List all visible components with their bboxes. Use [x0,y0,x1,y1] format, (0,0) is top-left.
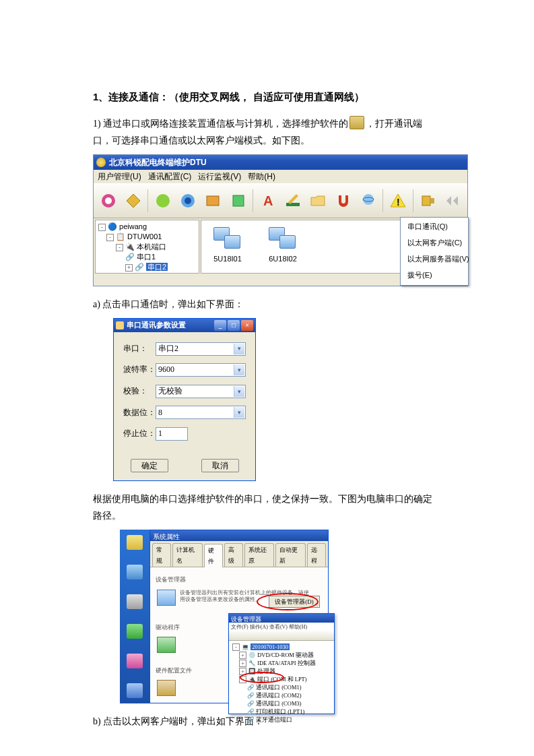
tab-hardware[interactable]: 硬件 [204,544,223,567]
toolbar-btn-magnet[interactable] [333,190,354,212]
svg-rect-16 [430,198,434,203]
toolbar-btn-1[interactable] [98,190,119,212]
svg-rect-6 [207,196,219,206]
cancel-button[interactable]: 取消 [201,459,239,472]
toolbar-btn-font[interactable]: A [257,190,278,212]
toolbar-btn-5[interactable] [203,190,224,212]
app-window-screenshot: 北京科锐配电终端维护DTU 用户管理(U) 通讯配置(C) 运行监视(V) 帮助… [93,154,468,286]
parity-select[interactable]: 无校验▾ [156,385,246,398]
device-2[interactable]: 6U18I02 [269,227,297,266]
baud-select[interactable]: 9600▾ [156,363,246,377]
toolbar-btn-last[interactable] [442,190,463,212]
svg-point-3 [156,194,170,208]
desktop-strip [120,530,149,703]
svg-point-1 [105,197,112,204]
toolbar-separator [413,189,413,212]
tree-pane: -🔵 peiwang -📋 DTUW001 -🔌 本机端口 🔗 串口1 +🔗 串… [95,220,199,274]
app-title: 北京科锐配电终端维护DTU [109,156,207,170]
devtree-com2[interactable]: 通讯端口 (COM2) [256,692,301,699]
desktop-icon-app1[interactable] [127,624,143,639]
devtree-bt[interactable]: 蓝牙通信端口 [256,716,292,723]
devtree-root[interactable]: 20100701-1030 [251,643,290,650]
svg-marker-17 [446,196,451,206]
device-1-label: 5U18I01 [213,253,242,266]
toolbar-separator [147,189,148,212]
close-button[interactable]: × [241,320,253,331]
toolbar-btn-folder[interactable] [308,190,329,212]
devtree-dvd[interactable]: DVD/CD-ROM 驱动器 [257,652,314,658]
svg-text:!: ! [397,197,400,208]
toolbar-btn-2[interactable] [123,190,143,212]
desktop-icon-app2[interactable] [127,654,143,668]
tab-update[interactable]: 自动更新 [275,543,305,567]
toolbar-btn-6[interactable] [228,190,248,212]
sysprops-body: 设备管理器 设备管理器列出所有安装在计算机上的硬件设备。请使用设备管理器来更改设… [150,567,328,703]
menu-item-eth-client[interactable]: 以太网客户端(C) [401,235,468,251]
port-label: 串口： [123,342,156,356]
maximize-button[interactable]: □ [228,320,240,331]
menu-comm[interactable]: 通讯配置(C) [148,170,192,185]
svg-rect-15 [422,196,430,206]
parity-label: 校验： [123,384,156,399]
devmgr-tree: -💻 20100701-1030 +💿 DVD/CD-ROM 驱动器 +🔧 ID… [229,641,334,726]
tree-com3[interactable]: 串口3 [137,273,156,274]
minimize-button[interactable]: _ [214,320,226,331]
device-1[interactable]: 5U18I01 [213,227,242,266]
device-manager-screenshot: 系统属性 常规 计算机名 硬件 高级 系统还原 自动更新 远程 设备管理器 设备… [120,530,329,703]
tab-general[interactable]: 常规 [152,543,171,567]
tab-advanced[interactable]: 高级 [224,543,243,567]
ok-button[interactable]: 确定 [131,459,168,472]
tree-dtu[interactable]: DTUW001 [127,232,162,241]
data-select[interactable]: 8▾ [156,406,246,419]
menubar: 用户管理(U) 通讯配置(C) 运行监视(V) 帮助(H) [94,170,467,183]
devtree-ide[interactable]: IDE ATA/ATAPI 控制器 [257,660,316,666]
svg-marker-10 [288,194,298,204]
svg-point-5 [185,197,191,204]
port-dropdown-menu: 串口通讯(Q) 以太网客户端(C) 以太网服务器端(V) 拨号(E) [400,217,469,285]
svg-marker-18 [453,196,458,206]
toolbar-btn-globe[interactable] [358,190,378,212]
devmgr-menubar: 文件(F) 操作(A) 查看(V) 帮助(H) [229,623,334,631]
toolbar-btn-4[interactable] [178,190,199,212]
toolbar-btn-port[interactable] [418,190,438,212]
toolbar-btn-warn[interactable]: ! [387,190,408,212]
device-manager-window: 设备管理器 文件(F) 操作(A) 查看(V) 帮助(H) -💻 2010070… [228,613,335,714]
devtree-com1[interactable]: 通讯端口 (COM1) [256,684,301,691]
tree-local[interactable]: 本机端口 [137,243,166,251]
section-heading: 1、连接及通信：（使用交叉网线， 自适应可使用直通网线） [93,88,441,106]
para1-text-a: 1) 通过串口或网络连接装置通信板与计算机，选择维护软件的 [93,119,348,129]
dialog-titlebar: 串口通讯参数设置 _ □ × [114,319,255,332]
toolbar-separator [382,189,383,212]
desktop-icon-app3[interactable] [127,683,143,698]
toolbar-btn-3[interactable] [152,190,173,212]
toolbar-btn-edit[interactable] [282,190,303,212]
port-select[interactable]: 串口2▾ [156,342,246,356]
toolbar: A ! [94,183,467,218]
tree-com1[interactable]: 串口1 [137,253,156,261]
stop-input[interactable]: 1 [156,427,188,441]
menu-item-eth-server[interactable]: 以太网服务器端(V) [401,251,468,267]
desktop-icon-mycomputer[interactable] [127,535,143,550]
tab-restore[interactable]: 系统还原 [244,543,274,567]
devtree-lpt1[interactable]: 打印机端口 (LPT1) [256,708,304,715]
menu-item-serial[interactable]: 串口通讯(Q) [401,219,468,235]
tab-name[interactable]: 计算机名 [172,543,202,567]
menu-help[interactable]: 帮助(H) [248,170,275,185]
device-2-label: 6U18I02 [269,253,297,266]
paragraph-3: 根据使用电脑的串口选择维护软件的串口，使之保持一致。下图为电脑串口的确定路径。 [93,491,441,524]
menu-user[interactable]: 用户管理(U) [98,170,141,185]
tab-remote[interactable]: 远程 [307,543,326,567]
devtree-com3[interactable]: 通讯端口 (COM3) [256,700,301,707]
menu-item-dial[interactable]: 拨号(E) [401,267,468,284]
app-icon [96,158,106,167]
titlebar: 北京科锐配电终端维护DTU [94,155,467,170]
serial-params-dialog: 串口通讯参数设置 _ □ × 串口： 串口2▾ 波特率： 9600▾ 校验： 无… [113,318,256,481]
tree-root[interactable]: peiwang [119,222,147,230]
desktop-icon-recycle[interactable] [127,594,143,609]
desktop-icon-network[interactable] [127,565,143,579]
tree-com2-selected[interactable]: 串口2 [146,263,168,271]
paragraph-2: a) 点击串口通信时，弹出如下界面： [93,296,441,313]
menu-monitor[interactable]: 运行监视(V) [198,170,241,185]
svg-text:A: A [263,193,273,208]
data-label: 数据位： [123,406,156,420]
